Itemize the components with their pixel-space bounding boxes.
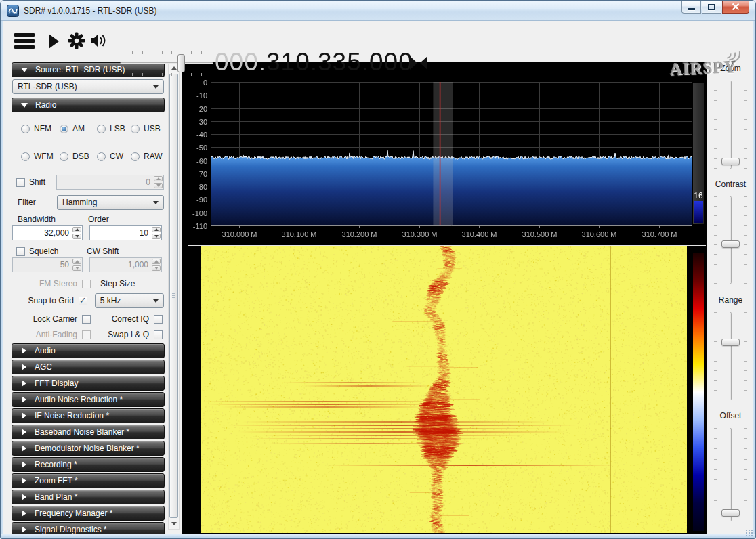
spin-down-button[interactable] [152,234,161,239]
correct-iq-checkbox[interactable] [154,315,163,324]
slider-track[interactable] [730,81,732,169]
panel-header-baseband-noise-blanker[interactable]: Baseband Noise Blanker * [12,425,165,439]
panel-title: Recording * [35,460,77,469]
minimize-button[interactable] [681,1,701,14]
panel-header-agc[interactable]: AGC [12,360,165,374]
window-border-bottom [1,534,755,538]
chevron-right-icon [22,461,26,468]
radio-button[interactable] [21,152,30,161]
maximize-button[interactable] [702,1,721,14]
radio-button[interactable] [60,125,68,133]
spin-down-button[interactable] [72,234,81,239]
mute-button[interactable] [90,33,109,51]
volume-thumb[interactable] [177,54,185,72]
volume-track[interactable] [120,62,213,64]
app-icon [7,5,19,17]
menu-button[interactable] [14,33,35,49]
swap-iq-checkbox[interactable] [154,330,163,339]
airspy-logo-text: AIRSPY [670,58,738,79]
snap-to-grid-checkbox[interactable] [79,297,87,305]
spin-up-button[interactable] [72,227,81,232]
step-size-dropdown[interactable]: 5 kHz [95,293,164,308]
spin-up-button[interactable] [152,227,161,232]
radio-button[interactable] [131,152,140,161]
scroll-down-button[interactable] [169,519,179,529]
fft-spectrum-display[interactable] [182,62,707,244]
close-button[interactable] [722,1,749,14]
title-bar[interactable]: SDR# v1.0.0.1715 - RTL-SDR (USB) [1,1,755,21]
chevron-right-icon [22,510,26,517]
slider-thumb[interactable] [721,509,740,517]
panel-header-fft-display[interactable]: FFT Display [12,376,165,391]
squelch-checkbox[interactable] [16,247,25,256]
filter-dropdown[interactable]: Hamming [57,195,164,210]
panel-header-demodulator-noise-blanker[interactable]: Demodulator Noise Blanker * [12,441,165,456]
mode-lsb[interactable]: LSB [97,124,131,133]
window-title: SDR# v1.0.0.1715 - RTL-SDR (USB) [24,6,157,16]
frequency-display[interactable]: 000.310.335.000 [215,45,413,79]
chevron-right-icon [22,494,26,500]
slider-thumb[interactable] [721,240,740,248]
radio-button[interactable] [21,125,30,133]
slider-track[interactable] [730,428,732,521]
shift-spinner[interactable]: 0 [56,175,164,190]
lock-carrier-checkbox[interactable] [82,315,91,324]
mode-label: LSB [110,124,125,133]
radio-button[interactable] [131,125,140,133]
spin-down-button[interactable] [154,183,163,188]
radio-button[interactable] [60,152,68,161]
spin-up-button[interactable] [72,259,81,264]
bandwidth-spinner[interactable]: 32,000 [12,225,83,240]
mode-dsb[interactable]: DSB [60,152,97,161]
mode-wfm[interactable]: WFM [21,152,60,161]
slider-track[interactable] [730,312,732,400]
volume-slider[interactable] [120,49,213,79]
spin-down-button[interactable] [152,265,161,271]
panel-header-band-plan[interactable]: Band Plan * [12,490,165,504]
slider-thumb[interactable] [721,339,740,346]
speaker-icon [90,33,109,49]
radio-button[interactable] [97,152,106,161]
spin-up-button[interactable] [154,176,163,181]
source-device-dropdown[interactable]: RTL-SDR (USB) [12,79,164,94]
panel-header-if-noise-reduction[interactable]: IF Noise Reduction * [12,408,165,423]
spin-down-button[interactable] [72,265,81,271]
mode-nfm[interactable]: NFM [21,124,60,133]
radio-button[interactable] [97,125,106,133]
squelch-value: 50 [13,258,72,272]
panel-header-audio-noise-reduction[interactable]: Audio Noise Reduction * [12,392,165,407]
panel-title: Audio Noise Reduction * [35,395,123,404]
order-spinner[interactable]: 10 [89,225,162,240]
correct-iq-label: Correct IQ [112,314,149,324]
panel-header-recording[interactable]: Recording * [12,457,165,472]
source-panel-title: Source: RTL-SDR (USB) [35,65,125,74]
spin-up-button[interactable] [152,259,161,264]
panel-header-audio[interactable]: Audio [12,343,165,358]
scrollbar-thumb[interactable] [169,74,178,518]
shift-checkbox[interactable] [16,178,25,187]
sidebar-scrollbar[interactable] [168,62,180,530]
fm-stereo-checkbox[interactable] [82,280,91,288]
panel-header-zoom-fft[interactable]: Zoom FFT * [12,473,165,488]
demodulation-mode-group: NFMAMLSBUSBWFMDSBCWRAW [12,124,164,161]
mode-am[interactable]: AM [60,124,97,133]
waterfall-display[interactable] [201,246,687,533]
display-area [182,62,707,535]
chevron-right-icon [22,380,26,387]
slider-thumb[interactable] [721,158,740,165]
settings-button[interactable] [67,31,86,52]
shift-value: 0 [57,175,153,189]
mode-cw[interactable]: CW [97,152,131,161]
center-tune-button[interactable] [410,56,427,72]
cw-shift-spinner[interactable]: 1,000 [89,257,162,272]
resize-grip[interactable] [745,529,753,537]
filter-label: Filter [18,198,57,207]
mode-raw[interactable]: RAW [131,152,165,161]
anti-fading-checkbox[interactable] [82,330,91,339]
play-button[interactable] [48,34,60,51]
panel-header-radio[interactable]: Radio [12,98,165,112]
panel-header-frequency-manager[interactable]: Frequency Manager * [12,506,165,521]
mode-usb[interactable]: USB [131,124,165,133]
squelch-spinner[interactable]: 50 [12,257,83,272]
panel-title: Demodulator Noise Blanker * [35,444,140,453]
